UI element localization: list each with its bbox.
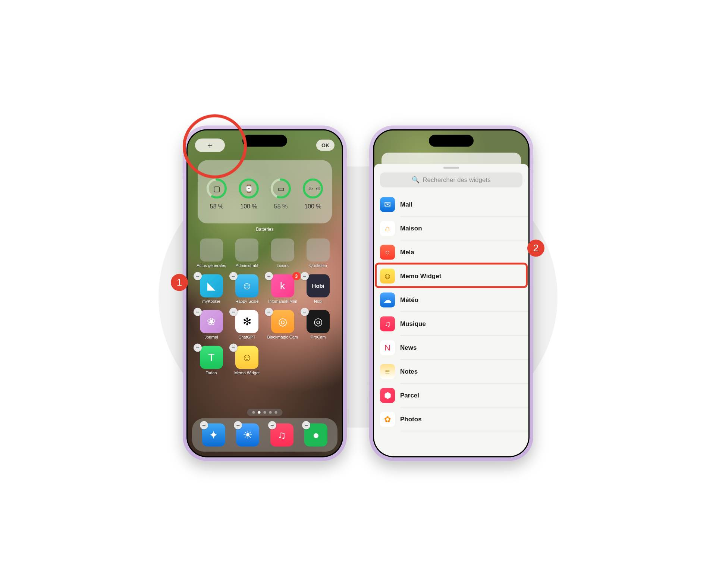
batteries-widget-label: Batteries: [188, 226, 342, 232]
plus-icon: ＋: [206, 141, 214, 149]
widget-app-icon: ☁: [380, 292, 395, 307]
battery-percent: 100 %: [240, 203, 257, 210]
dock-app-music[interactable]: − ♫: [270, 423, 293, 446]
battery-item-case: ▭ 55 %: [265, 177, 297, 210]
widget-app-icon: ♫: [380, 316, 395, 331]
widget-row-Mail[interactable]: ✉ Mail: [380, 192, 528, 216]
dock-app-spotify[interactable]: − ●: [304, 423, 327, 446]
phone-left: ＋ OK ▢ 58 % ⌚: [183, 125, 347, 461]
widget-picker-screen: 🔍 Rechercher des widgets ✉ Mail ⌂ Maison…: [374, 130, 528, 456]
remove-app-icon[interactable]: −: [265, 272, 273, 280]
widget-row-label: Mail: [400, 201, 412, 208]
search-placeholder: Rechercher des widgets: [423, 176, 490, 183]
app-Blackmagic Cam[interactable]: − ◎ Blackmagic Cam: [267, 310, 298, 339]
remove-app-icon[interactable]: −: [265, 308, 273, 316]
battery-item-watch: ⌚ 100 %: [233, 177, 265, 210]
app-label: myKookie: [202, 299, 220, 303]
app-label: ChatGPT: [238, 334, 255, 339]
widget-app-icon: ⌂: [380, 221, 395, 236]
widget-row-Musique[interactable]: ♫ Musique: [380, 312, 528, 336]
widget-row-News[interactable]: N News: [380, 336, 528, 359]
batteries-widget[interactable]: ▢ 58 % ⌚ 100 % ▭ 55 %: [198, 160, 332, 223]
remove-app-icon[interactable]: −: [194, 308, 202, 316]
device-icon: ႎႎ: [305, 184, 320, 193]
dock-app-weather[interactable]: − ☀: [236, 423, 259, 446]
step-badge-1: 1: [171, 274, 188, 291]
remove-app-icon[interactable]: −: [229, 308, 238, 316]
home-screen-jiggle: ＋ OK ▢ 58 % ⌚: [188, 130, 342, 456]
app-ChatGPT[interactable]: − ✻ ChatGPT: [232, 310, 263, 339]
widget-app-icon: ☺: [380, 268, 395, 283]
widget-row-label: Photos: [400, 415, 422, 423]
search-input[interactable]: 🔍 Rechercher des widgets: [380, 172, 522, 187]
folder-Actus générales[interactable]: Actus générales: [196, 238, 227, 267]
app-label: Happy Scale: [235, 299, 258, 303]
remove-app-icon[interactable]: −: [229, 343, 238, 352]
device-icon: ⌚: [244, 184, 254, 193]
device-icon: ▭: [277, 184, 285, 193]
sheet-grabber[interactable]: [443, 167, 459, 169]
app-Tadaa[interactable]: − T Tadaa: [196, 346, 227, 375]
remove-app-icon[interactable]: −: [194, 272, 202, 280]
app-Happy Scale[interactable]: − ☺ Happy Scale: [232, 274, 263, 303]
folder-Quotidien[interactable]: Quotidien: [303, 238, 334, 267]
widget-picker-sheet[interactable]: 🔍 Rechercher des widgets ✉ Mail ⌂ Maison…: [374, 164, 528, 456]
app-label: ProCam: [311, 334, 326, 339]
widget-row-Mela[interactable]: ○ Mela: [380, 240, 528, 264]
app-Memo Widget[interactable]: − ☺ Memo Widget: [232, 346, 263, 375]
widget-row-Memo Widget[interactable]: ☺ Memo Widget: [380, 264, 528, 288]
app-ProCam[interactable]: − ◎ ProCam: [303, 310, 334, 339]
remove-app-icon[interactable]: −: [268, 421, 276, 429]
battery-item-airpods: ႎႎ 100 %: [297, 177, 329, 210]
battery-percent: 55 %: [274, 203, 288, 210]
folder-Administratif[interactable]: Administratif: [232, 238, 263, 267]
remove-app-icon[interactable]: −: [229, 272, 238, 280]
widget-row-Parcel[interactable]: ⬢ Parcel: [380, 383, 528, 407]
folder-label: Loisirs: [277, 263, 289, 267]
widget-app-icon: ○: [380, 245, 395, 260]
battery-percent: 100 %: [304, 203, 321, 210]
remove-app-icon[interactable]: −: [194, 343, 202, 352]
device-icon: ▢: [213, 184, 220, 193]
done-button[interactable]: OK: [316, 139, 335, 151]
dynamic-island: [242, 135, 287, 147]
app-Hobi[interactable]: − Hobi Hobi: [303, 274, 334, 303]
phone-right: 🔍 Rechercher des widgets ✉ Mail ⌂ Maison…: [369, 125, 533, 461]
folder-Loisirs[interactable]: Loisirs: [267, 238, 298, 267]
widget-row-Météo[interactable]: ☁ Météo: [380, 288, 528, 312]
remove-app-icon[interactable]: −: [200, 421, 208, 429]
app-myKookie[interactable]: − ◣ myKookie: [196, 274, 227, 303]
dock-app-safari[interactable]: − ✦: [202, 423, 225, 446]
battery-item-phone: ▢ 58 %: [201, 177, 233, 210]
widget-row-label: Maison: [400, 224, 422, 232]
add-widget-button[interactable]: ＋: [195, 138, 225, 152]
widget-row-label: Parcel: [400, 392, 419, 399]
dock: − ✦ − ☀ − ♫ − ●: [192, 418, 337, 452]
app-Infomaniak Mail[interactable]: − 3 k Infomaniak Mail: [267, 274, 298, 303]
widget-row-label: Mela: [400, 248, 414, 256]
folder-label: Actus générales: [197, 263, 226, 267]
widget-row-label: Météo: [400, 296, 418, 304]
remove-app-icon[interactable]: −: [301, 272, 309, 280]
battery-percent: 58 %: [210, 203, 223, 210]
widget-row-Photos[interactable]: ✿ Photos: [380, 407, 528, 431]
app-label: Hobi: [314, 299, 323, 303]
widget-row-label: Musique: [400, 320, 426, 327]
widget-app-icon: ⬢: [380, 388, 395, 403]
search-icon: 🔍: [412, 176, 420, 184]
widget-row-label: Notes: [400, 368, 418, 375]
widget-row-label: Memo Widget: [400, 272, 441, 280]
step-badge-2: 2: [527, 239, 544, 257]
widget-row-Maison[interactable]: ⌂ Maison: [380, 216, 528, 240]
notification-badge: 3: [292, 272, 301, 280]
app-label: Blackmagic Cam: [267, 334, 298, 339]
page-indicator[interactable]: [247, 409, 283, 416]
app-Journal[interactable]: − ❀ Journal: [196, 310, 227, 339]
folder-label: Administratif: [236, 263, 258, 267]
app-label: Infomaniak Mail: [268, 299, 297, 303]
widget-row-Notes[interactable]: ≡ Notes: [380, 359, 528, 383]
app-label: Tadaa: [206, 370, 217, 375]
remove-app-icon[interactable]: −: [301, 308, 309, 316]
app-label: Journal: [205, 334, 218, 339]
widget-row-label: News: [400, 344, 417, 351]
